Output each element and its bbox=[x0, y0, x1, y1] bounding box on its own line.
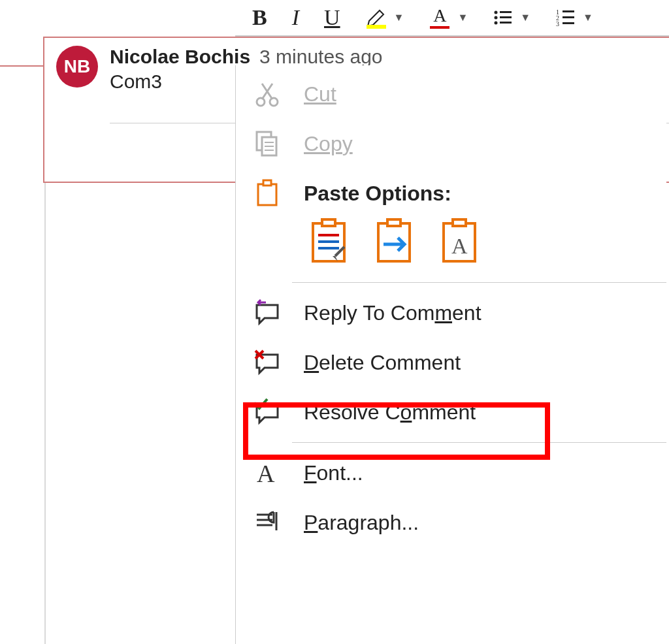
paste-text-only[interactable]: A bbox=[438, 218, 480, 265]
font-icon: A bbox=[252, 457, 283, 489]
svg-rect-0 bbox=[367, 25, 386, 29]
svg-rect-20 bbox=[258, 184, 276, 205]
bold-button[interactable]: B bbox=[252, 5, 267, 31]
font-color-bar bbox=[430, 26, 449, 29]
svg-rect-12 bbox=[563, 22, 574, 24]
menu-paste-options-header: Paste Options: bbox=[236, 169, 666, 213]
svg-rect-4 bbox=[500, 16, 512, 18]
svg-rect-30 bbox=[453, 219, 466, 226]
separator bbox=[292, 282, 666, 283]
italic-button[interactable]: I bbox=[292, 5, 299, 31]
mini-toolbar: B I U ▼ A ▼ ▼ 1 2 3 ▼ bbox=[235, 0, 669, 37]
separator bbox=[292, 442, 666, 443]
menu-cut: Cut bbox=[236, 69, 666, 119]
menu-copy: Copy bbox=[236, 119, 666, 169]
svg-text:3: 3 bbox=[556, 20, 559, 27]
svg-text:A: A bbox=[257, 460, 275, 487]
font-color-dropdown[interactable]: ▼ bbox=[457, 5, 468, 31]
svg-point-14 bbox=[270, 98, 278, 106]
paste-options-row: A bbox=[236, 213, 666, 277]
svg-point-13 bbox=[257, 98, 265, 106]
svg-text:A: A bbox=[451, 234, 468, 258]
menu-font[interactable]: A Font... bbox=[236, 448, 666, 498]
svg-rect-27 bbox=[378, 223, 410, 261]
scissors-icon bbox=[252, 78, 283, 110]
resolve-comment-icon bbox=[252, 396, 283, 428]
paste-keep-formatting[interactable] bbox=[308, 218, 350, 265]
clipboard-icon bbox=[252, 178, 283, 209]
comment-time: 3 minutes ago bbox=[259, 46, 382, 68]
reply-icon bbox=[252, 297, 283, 329]
numbered-list-button[interactable]: 1 2 3 bbox=[555, 5, 576, 31]
svg-point-3 bbox=[495, 16, 498, 20]
svg-rect-21 bbox=[263, 180, 271, 185]
paste-options-label: Paste Options: bbox=[304, 182, 451, 206]
svg-rect-23 bbox=[322, 219, 335, 226]
svg-rect-8 bbox=[563, 10, 574, 12]
highlight-color-dropdown[interactable]: ▼ bbox=[394, 5, 404, 31]
comment-connector bbox=[0, 65, 43, 67]
underline-button[interactable]: U bbox=[324, 5, 340, 31]
svg-rect-28 bbox=[387, 219, 400, 226]
avatar: NB bbox=[56, 46, 98, 88]
bulleted-list-button[interactable] bbox=[493, 5, 514, 31]
font-color-button[interactable]: A bbox=[429, 7, 451, 29]
menu-paragraph[interactable]: Paragraph... bbox=[236, 498, 666, 547]
delete-comment-icon bbox=[252, 347, 283, 378]
highlight-color-button[interactable] bbox=[365, 7, 387, 29]
svg-point-5 bbox=[495, 22, 498, 25]
menu-resolve-comment[interactable]: Resolve Comment bbox=[236, 387, 666, 437]
paste-merge-formatting[interactable] bbox=[373, 218, 415, 265]
menu-delete-comment[interactable]: Delete Comment bbox=[236, 338, 666, 387]
paragraph-icon bbox=[252, 507, 283, 538]
bulleted-list-dropdown[interactable]: ▼ bbox=[520, 5, 530, 31]
svg-point-1 bbox=[495, 11, 498, 14]
font-color-icon: A bbox=[433, 7, 446, 25]
svg-rect-6 bbox=[500, 22, 512, 24]
svg-rect-10 bbox=[563, 16, 574, 18]
copy-icon bbox=[252, 128, 283, 159]
comment-author: Nicolae Bochis bbox=[110, 46, 250, 68]
numbered-list-dropdown[interactable]: ▼ bbox=[583, 5, 593, 31]
highlight-icon bbox=[365, 7, 387, 29]
menu-reply-to-comment[interactable]: Reply To Comment bbox=[236, 288, 666, 338]
svg-rect-2 bbox=[500, 11, 512, 13]
context-menu: Cut Copy Paste Options: A Reply To Comme… bbox=[235, 65, 666, 644]
